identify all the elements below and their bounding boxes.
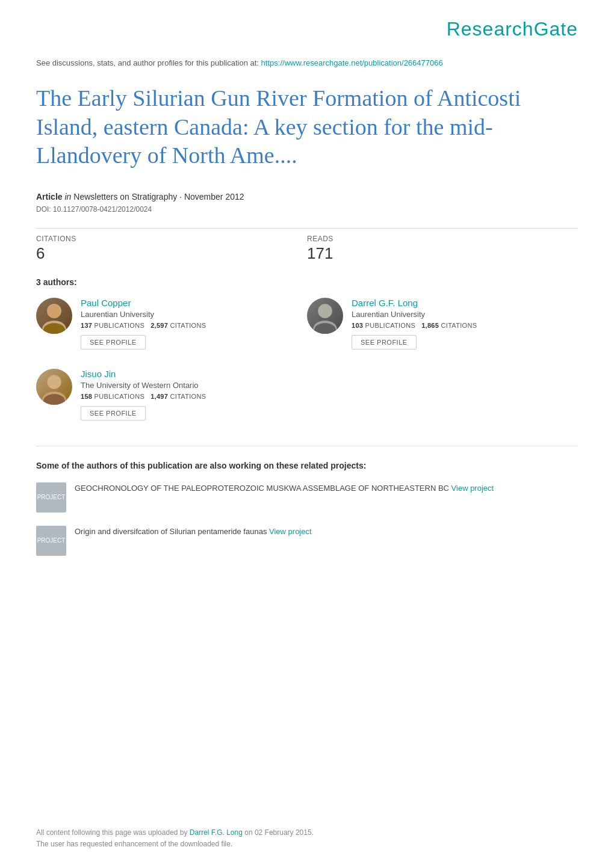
project-text-2: Origin and diversifcation of Silurian pe… [75, 526, 578, 538]
article-type: Article [36, 192, 63, 202]
reads-label: READS [307, 235, 578, 243]
author-card-jisuo: Jisuo Jin The University of Western Onta… [36, 369, 307, 420]
project-link-2[interactable]: View project [269, 527, 312, 536]
svg-point-2 [48, 304, 61, 318]
author-name-paul[interactable]: Paul Copper [81, 298, 295, 308]
see-discussions-text: See discussions, stats, and author profi… [36, 58, 259, 67]
see-profile-button-darrel[interactable]: SEE PROFILE [352, 335, 417, 349]
project-badge-2: Project [36, 526, 66, 556]
svg-point-10 [48, 375, 61, 389]
author-stats-jisuo: 158 PUBLICATIONS 1,497 CITATIONS [81, 393, 295, 400]
avatar-jisuo-image [36, 369, 72, 405]
avatar-jisuo [36, 369, 72, 405]
article-title: The Early Silurian Gun River Formation o… [36, 84, 578, 170]
project-item-2: Project Origin and diversifcation of Sil… [36, 526, 578, 556]
article-doi: DOI: 10.1127/0078-0421/2012/0024 [36, 205, 578, 214]
project-text-1: GEOCHRONOLOGY OF THE PALEOPROTEROZOIC MU… [75, 482, 578, 494]
footer: All content following this page was uplo… [36, 827, 578, 850]
see-profile-button-paul[interactable]: SEE PROFILE [81, 335, 146, 349]
authors-grid: Paul Copper Laurentian University 137 PU… [36, 298, 578, 440]
article-date: November 2012 [184, 192, 244, 202]
author-info-jisuo: Jisuo Jin The University of Western Onta… [81, 369, 295, 420]
svg-point-6 [318, 304, 332, 318]
project-item-1: Project GEOCHRONOLOGY OF THE PALEOPROTER… [36, 482, 578, 512]
project-badge-1: Project [36, 482, 66, 512]
publication-url[interactable]: https://www.researchgate.net/publication… [261, 58, 443, 67]
citations-block: CITATIONS 6 [36, 228, 307, 263]
author-name-jisuo[interactable]: Jisuo Jin [81, 369, 295, 379]
header: ResearchGate [36, 18, 578, 40]
project-link-1[interactable]: View project [451, 484, 494, 493]
citations-value: 6 [36, 244, 307, 263]
related-projects-section: Some of the authors of this publication … [36, 446, 578, 556]
author-affiliation-jisuo: The University of Western Ontario [81, 381, 295, 390]
author-stats-darrel: 103 PUBLICATIONS 1,865 CITATIONS [352, 322, 566, 329]
footer-line-1: All content following this page was uplo… [36, 827, 578, 839]
footer-author-link[interactable]: Darrel F.G. Long [190, 828, 243, 837]
author-card-paul: Paul Copper Laurentian University 137 PU… [36, 298, 307, 349]
related-projects-heading: Some of the authors of this publication … [36, 461, 578, 470]
reads-block: READS 171 [307, 228, 578, 263]
see-profile-button-jisuo[interactable]: SEE PROFILE [81, 406, 146, 420]
author-info-darrel: Darrel G.F. Long Laurentian University 1… [352, 298, 566, 349]
avatar-darrel [307, 298, 343, 334]
author-card-darrel: Darrel G.F. Long Laurentian University 1… [307, 298, 578, 349]
author-affiliation-darrel: Laurentian University [352, 310, 566, 319]
stats-container: CITATIONS 6 READS 171 [36, 228, 578, 263]
author-info-paul: Paul Copper Laurentian University 137 PU… [81, 298, 295, 349]
avatar-paul-image [36, 298, 72, 334]
footer-line-2: The user has requested enhancement of th… [36, 839, 578, 850]
citations-label: CITATIONS [36, 235, 307, 243]
reads-value: 171 [307, 244, 578, 263]
article-meta: Article in Newsletters on Stratigraphy ·… [36, 192, 578, 202]
researchgate-logo: ResearchGate [447, 18, 578, 40]
authors-heading: 3 authors: [36, 277, 578, 287]
avatar-paul [36, 298, 72, 334]
avatar-darrel-image [307, 298, 343, 334]
article-journal: Newsletters on Stratigraphy [73, 192, 177, 202]
project-text-before-1: GEOCHRONOLOGY OF THE PALEOPROTEROZOIC MU… [75, 484, 449, 493]
author-name-darrel[interactable]: Darrel G.F. Long [352, 298, 566, 308]
author-stats-paul: 137 PUBLICATIONS 2,597 CITATIONS [81, 322, 295, 329]
author-affiliation-paul: Laurentian University [81, 310, 295, 319]
project-text-before-2: Origin and diversifcation of Silurian pe… [75, 527, 267, 536]
see-discussions-bar: See discussions, stats, and author profi… [36, 58, 578, 67]
